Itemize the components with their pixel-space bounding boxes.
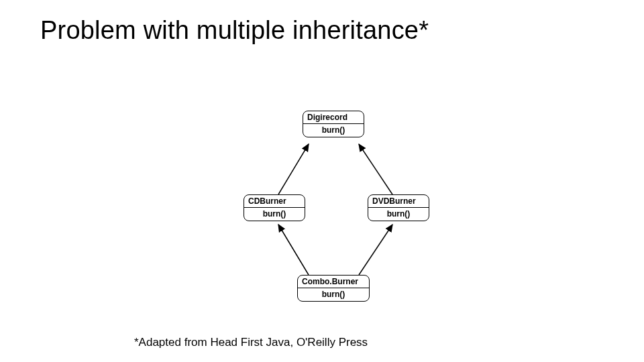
slide: Problem with multiple inheritance* Digir… (0, 0, 644, 362)
class-name: Combo.Burner (298, 276, 369, 288)
svg-line-3 (359, 225, 392, 275)
inheritance-arrows (0, 0, 644, 362)
class-method: burn() (298, 288, 369, 301)
class-name: DVDBurner (368, 195, 429, 208)
class-comboburner: Combo.Burner burn() (297, 275, 370, 302)
svg-line-1 (359, 144, 392, 194)
class-digirecord: Digirecord burn() (303, 111, 364, 137)
page-title: Problem with multiple inheritance* (40, 16, 429, 45)
class-method: burn() (303, 124, 364, 137)
class-method: burn() (244, 208, 305, 221)
footnote: *Adapted from Head First Java, O'Reilly … (134, 336, 368, 349)
class-method: burn() (368, 208, 429, 221)
svg-line-2 (278, 225, 309, 275)
svg-line-0 (278, 144, 309, 194)
class-name: CDBurner (244, 195, 305, 208)
class-name: Digirecord (303, 111, 364, 124)
class-cdburner: CDBurner burn() (244, 194, 305, 221)
class-dvdburner: DVDBurner burn() (368, 194, 429, 221)
